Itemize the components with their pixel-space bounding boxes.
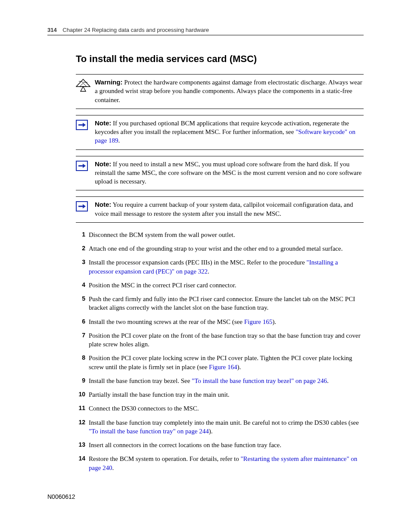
step-text-after: ). xyxy=(237,364,241,370)
callout-lead: Note: xyxy=(95,201,111,208)
callout-body-after: . xyxy=(118,137,120,144)
warning-callout: Warning: Protect the hardware components… xyxy=(76,74,364,109)
callout-text: Warning: Protect the hardware components… xyxy=(95,78,364,104)
step-text: Install the base function tray bezel. Se… xyxy=(89,377,192,384)
step-text: Position the MSC in the correct PCI rise… xyxy=(89,282,236,289)
callout-text: Note: You require a current backup of yo… xyxy=(95,200,364,218)
step-item: Push the card firmly and fully into the … xyxy=(76,295,364,312)
step-item: Install the base function tray bezel. Se… xyxy=(76,376,364,385)
note-arrow-icon xyxy=(76,161,88,171)
svg-marker-2 xyxy=(81,87,86,91)
callout-icon-cell xyxy=(76,119,95,130)
header-rule xyxy=(47,35,364,35)
procedure-steps: Disconnect the BCM system from the wall … xyxy=(76,230,364,472)
running-header: 314 Chapter 24 Replacing data cards and … xyxy=(47,27,364,33)
callout-icon-cell xyxy=(76,200,95,212)
callout-text: Note: If you purchased optional BCM appl… xyxy=(95,119,364,145)
step-text: Attach one end of the grounding strap to… xyxy=(89,245,342,252)
callout-lead: Note: xyxy=(95,119,111,127)
note-callout: Note: If you need to install a new MSC, … xyxy=(76,156,364,191)
step-text: Disconnect the BCM system from the wall … xyxy=(89,231,235,238)
callout-icon-cell xyxy=(76,78,95,93)
svg-marker-6 xyxy=(83,164,86,168)
step-text: Restore the BCM system to operation. For… xyxy=(89,455,240,462)
step-text: Partially install the base function tray… xyxy=(89,391,230,398)
step-text-after: . xyxy=(112,464,114,471)
svg-marker-8 xyxy=(83,204,86,208)
section-title: To install the media services card (MSC) xyxy=(76,53,364,65)
step-item: Connect the DS30 connectors to the MSC. xyxy=(76,404,364,413)
step-text: Install the processor expansion cards (P… xyxy=(89,259,306,266)
step-text: Install the two mounting screws at the r… xyxy=(89,318,244,325)
callout-body: If you need to install a new MSC, you mu… xyxy=(95,161,361,185)
step-item: Insert all connectors in the correct loc… xyxy=(76,441,364,449)
cross-reference-link[interactable]: Figure 164 xyxy=(209,364,237,370)
svg-marker-4 xyxy=(83,123,86,127)
step-text: Install the base function tray completel… xyxy=(89,419,359,426)
chapter-title: Chapter 24 Replacing data cards and proc… xyxy=(62,27,209,33)
cross-reference-link[interactable]: Figure 165 xyxy=(244,318,272,325)
step-item: Restore the BCM system to operation. For… xyxy=(76,454,364,472)
cross-reference-link[interactable]: "To install the base function tray bezel… xyxy=(192,377,327,384)
step-text-after: ). xyxy=(209,428,213,435)
warning-icon xyxy=(76,86,90,93)
step-item: Position the PCI cover plate on the fron… xyxy=(76,331,364,349)
note-callout: Note: If you purchased optional BCM appl… xyxy=(76,115,364,150)
step-text: Connect the DS30 connectors to the MSC. xyxy=(89,405,199,412)
step-item: Install the processor expansion cards (P… xyxy=(76,258,364,276)
step-text-after: . xyxy=(208,268,209,275)
callout-lead: Warning: xyxy=(95,78,122,86)
step-item: Partially install the base function tray… xyxy=(76,390,364,399)
page-number: 314 xyxy=(47,27,57,33)
callout-text: Note: If you need to install a new MSC, … xyxy=(95,160,364,186)
callout-list: Warning: Protect the hardware components… xyxy=(47,74,364,223)
step-text-after: ). xyxy=(272,318,276,325)
step-text: Insert all connectors in the correct loc… xyxy=(89,442,281,448)
note-callout: Note: You require a current backup of yo… xyxy=(76,196,364,223)
document-number: N0060612 xyxy=(47,493,75,500)
step-item: Position the MSC in the correct PCI rise… xyxy=(76,281,364,289)
callout-lead: Note: xyxy=(95,160,111,168)
step-item: Position the PCI cover plate locking scr… xyxy=(76,354,364,371)
step-item: Install the base function tray completel… xyxy=(76,418,364,436)
step-item: Install the two mounting screws at the r… xyxy=(76,317,364,326)
callout-body: Protect the hardware components against … xyxy=(95,79,362,103)
note-arrow-icon xyxy=(76,201,88,212)
note-arrow-icon xyxy=(76,120,88,130)
cross-reference-link[interactable]: "To install the base function tray" on p… xyxy=(89,428,209,435)
step-text: Position the PCI cover plate on the fron… xyxy=(89,332,361,348)
page: 314 Chapter 24 Replacing data cards and … xyxy=(0,0,411,532)
callout-body: You require a current backup of your sys… xyxy=(95,201,353,217)
callout-icon-cell xyxy=(76,160,95,171)
step-item: Disconnect the BCM system from the wall … xyxy=(76,230,364,239)
step-item: Attach one end of the grounding strap to… xyxy=(76,244,364,253)
step-text: Push the card firmly and fully into the … xyxy=(89,296,355,311)
step-text-after: . xyxy=(327,377,329,384)
